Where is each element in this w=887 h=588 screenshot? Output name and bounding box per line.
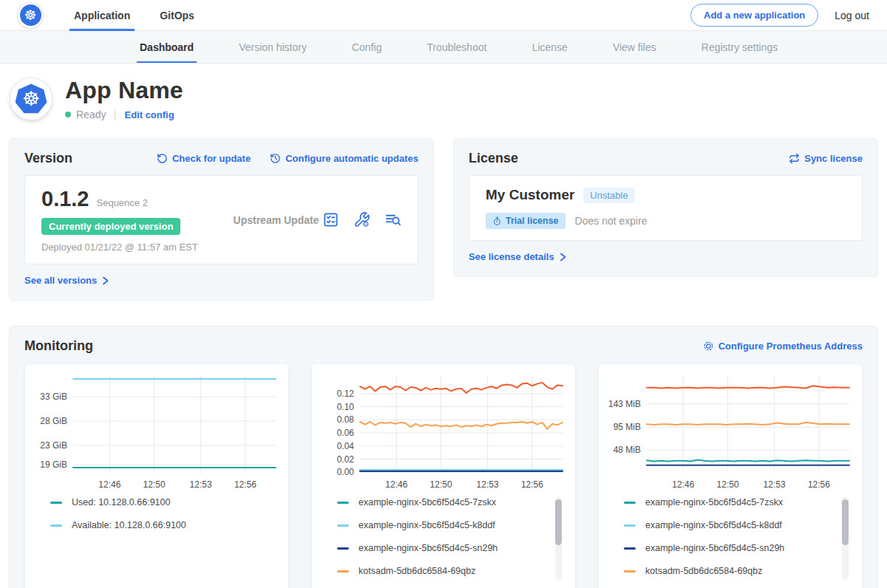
legend-swatch <box>337 547 349 550</box>
memory-usage-chart: 12:4612:5012:5312:56143 MiB95 MiB48 MiB <box>605 370 855 493</box>
svg-text:12:46: 12:46 <box>672 479 694 490</box>
legend-swatch <box>624 502 636 504</box>
channel-badge: Unstable <box>583 188 634 203</box>
configure-prometheus-link[interactable]: Configure Prometheus Address <box>703 341 863 352</box>
check-for-update-label: Check for update <box>172 153 251 164</box>
svg-text:12:46: 12:46 <box>98 479 120 490</box>
kubernetes-wheel-icon: ☸ <box>20 4 41 26</box>
legend-swatch <box>624 570 636 572</box>
svg-text:12:53: 12:53 <box>764 479 786 490</box>
legend-label: example-nginx-5bc6f5d4c5-sn29h <box>645 543 784 553</box>
legend-swatch <box>337 502 349 504</box>
clock-refresh-icon <box>270 153 281 164</box>
deployed-timestamp: Deployed 01/21/22 @ 11:57 am EST <box>41 242 230 253</box>
see-all-versions-link[interactable]: See all versions <box>24 275 109 286</box>
configure-automatic-updates-label: Configure automatic updates <box>285 153 418 164</box>
sync-icon <box>789 153 800 164</box>
page-title: App Name <box>65 77 183 104</box>
preflight-checks-icon[interactable] <box>322 211 339 228</box>
svg-text:12:53: 12:53 <box>190 479 212 490</box>
legend-label: kotsadm-5db6dc6584-69qbz <box>645 566 762 576</box>
svg-text:0.10: 0.10 <box>337 402 355 412</box>
svg-text:0.08: 0.08 <box>337 414 355 425</box>
version-sequence: Sequence 2 <box>97 197 148 208</box>
disk-usage-legend: Used: 10.128.0.66:9100Available: 10.128.… <box>50 497 282 583</box>
tab-application[interactable]: Application <box>69 0 135 30</box>
kubernetes-heptagon-icon: ☸ <box>16 83 47 114</box>
version-summary: 0.1.2 Sequence 2 Currently deployed vers… <box>24 175 418 264</box>
svg-text:48 MiB: 48 MiB <box>614 445 641 455</box>
legend-item: example-nginx-5bc6f5d4c5-sn29h <box>337 543 569 553</box>
memory-usage-chart-card: 12:4612:5012:5312:56143 MiB95 MiB48 MiB … <box>598 363 863 588</box>
memory-usage-legend: example-nginx-5bc6f5d4c5-7zskxexample-ng… <box>624 497 856 583</box>
configure-automatic-updates-link[interactable]: Configure automatic updates <box>270 153 418 164</box>
legend-item: example-nginx-5bc6f5d4c5-sn29h <box>624 543 856 553</box>
subnav-tab-dashboard[interactable]: Dashboard <box>137 31 197 63</box>
legend-scrollbar[interactable] <box>555 497 562 580</box>
subnav-tab-view-files[interactable]: View files <box>610 31 659 63</box>
license-type-badge: Trial license <box>486 213 565 229</box>
svg-text:12:56: 12:56 <box>808 479 830 490</box>
app-status: Ready <box>76 109 106 120</box>
subnav-tab-troubleshoot[interactable]: Troubleshoot <box>424 31 489 63</box>
subnav-tab-version-history[interactable]: Version history <box>236 31 310 63</box>
sync-license-link[interactable]: Sync license <box>789 153 863 164</box>
svg-text:0.02: 0.02 <box>337 454 355 465</box>
svg-text:12:50: 12:50 <box>143 479 166 490</box>
svg-text:0.06: 0.06 <box>337 428 355 438</box>
see-license-details-link[interactable]: See license details <box>469 251 567 262</box>
app-subnav: DashboardVersion historyConfigTroublesho… <box>0 31 887 64</box>
charts-row: 12:4612:5012:5312:5633 GiB28 GiB23 GiB19… <box>24 363 863 588</box>
svg-text:12:53: 12:53 <box>477 479 499 490</box>
configure-prometheus-label: Configure Prometheus Address <box>718 341 863 352</box>
logout-link[interactable]: Log out <box>835 10 869 21</box>
edit-config-icon[interactable] <box>353 211 370 228</box>
svg-text:19 GiB: 19 GiB <box>40 459 67 470</box>
legend-scrollbar[interactable] <box>842 497 849 580</box>
legend-label: kotsadm-5db6dc6584-69qbz <box>358 566 475 576</box>
svg-text:28 GiB: 28 GiB <box>40 416 67 426</box>
add-application-button[interactable]: Add a new application <box>690 4 818 27</box>
legend-item: example-nginx-5bc6f5d4c5-k8ddf <box>624 520 856 530</box>
refresh-icon <box>157 153 168 164</box>
license-summary: My Customer Unstable Trial license Does … <box>469 175 863 241</box>
legend-item: example-nginx-5bc6f5d4c5-k8ddf <box>337 520 569 530</box>
legend-item: example-nginx-5bc6f5d4c5-7zskx <box>337 497 569 507</box>
scrollbar-thumb[interactable] <box>842 499 849 545</box>
kots-admin-console: ☸ Application GitOps Add a new applicati… <box>0 0 887 588</box>
svg-text:143 MiB: 143 MiB <box>608 399 641 409</box>
legend-label: example-nginx-5bc6f5d4c5-7zskx <box>645 497 783 507</box>
kubernetes-logo[interactable]: ☸ <box>18 3 43 28</box>
app-icon: ☸ <box>10 78 52 120</box>
cpu-usage-legend: example-nginx-5bc6f5d4c5-7zskxexample-ng… <box>337 497 569 583</box>
cpu-usage-chart-card: 12:4612:5012:5312:560.120.100.080.060.04… <box>311 363 576 588</box>
svg-text:0.04: 0.04 <box>337 441 355 451</box>
license-expiry: Does not expire <box>575 215 648 227</box>
edit-config-link[interactable]: Edit config <box>124 109 174 120</box>
chevron-right-icon <box>559 253 567 261</box>
deploy-logs-icon[interactable] <box>384 211 401 228</box>
svg-text:12:56: 12:56 <box>234 479 256 490</box>
check-for-update-link[interactable]: Check for update <box>157 153 251 164</box>
version-card-title: Version <box>24 151 72 166</box>
subnav-tab-registry-settings[interactable]: Registry settings <box>699 31 781 63</box>
scrollbar-thumb[interactable] <box>555 499 562 545</box>
legend-item: example-nginx-5bc6f5d4c5-7zskx <box>624 497 856 507</box>
subnav-tab-license[interactable]: License <box>529 31 571 63</box>
status-dot <box>65 112 71 117</box>
legend-swatch <box>624 524 636 527</box>
subnav-tab-config[interactable]: Config <box>349 31 384 63</box>
gear-icon <box>703 341 714 352</box>
legend-swatch <box>337 524 349 527</box>
svg-text:95 MiB: 95 MiB <box>614 422 641 432</box>
chart-title: Memory Usage <box>605 583 856 588</box>
svg-text:12:50: 12:50 <box>717 479 739 490</box>
chart-title: CPU Usage <box>318 583 569 588</box>
legend-swatch <box>50 524 62 527</box>
kubernetes-wheel-glyph: ☸ <box>22 89 40 109</box>
top-nav: ☸ Application GitOps Add a new applicati… <box>0 0 887 31</box>
top-nav-tabs: Application GitOps <box>69 0 220 30</box>
tab-gitops[interactable]: GitOps <box>155 0 199 30</box>
see-license-details-label: See license details <box>469 251 554 262</box>
legend-label: example-nginx-5bc6f5d4c5-7zskx <box>358 497 496 507</box>
